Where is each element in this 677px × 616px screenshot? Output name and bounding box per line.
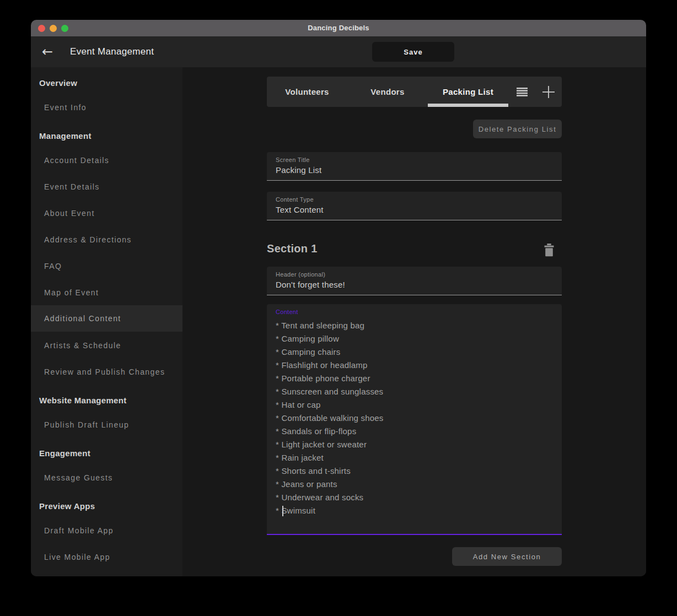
reorder-tabs-button[interactable] — [509, 77, 535, 107]
section-content-text[interactable]: * Tent and sleeping bag* Camping pillow*… — [276, 319, 553, 517]
content-type-field[interactable]: Content Type Text Content — [267, 192, 562, 220]
minimize-button[interactable] — [50, 25, 57, 32]
sidebar-item-event-details[interactable]: Event Details — [31, 174, 182, 200]
content-line: * Camping chairs — [276, 345, 553, 359]
sidebar-section-overview: Overview — [31, 69, 182, 96]
text-cursor — [282, 506, 283, 516]
content-line: * Shorts and t-shirts — [276, 464, 553, 478]
sidebar-item-account-details[interactable]: Account Details — [31, 147, 182, 174]
sidebar-item-live-mobile-app[interactable]: Live Mobile App — [31, 544, 182, 570]
sidebar-section-preview-apps: Preview Apps — [31, 493, 182, 519]
section-content-field[interactable]: Content * Tent and sleeping bag* Camping… — [267, 304, 562, 535]
tab-bar: Volunteers Vendors Packing List — [267, 77, 562, 107]
content-line: * Portable phone charger — [276, 372, 553, 385]
add-icon — [542, 85, 555, 99]
app-header: ← Event Management Save — [31, 36, 646, 67]
content-line: * Underwear and socks — [276, 491, 553, 504]
save-button[interactable]: Save — [372, 42, 454, 62]
content-line: * Jeans or pants — [276, 478, 553, 491]
content-line: * Light jacket or sweater — [276, 438, 553, 451]
traffic-lights — [38, 20, 68, 36]
section-header-field[interactable]: Header (optional) Don't forget these! — [267, 267, 562, 295]
screen-title-field[interactable]: Screen Title Packing List — [267, 152, 562, 181]
sidebar-item-additional-content[interactable]: Additional Content — [31, 305, 182, 332]
sidebar-item-message-guests[interactable]: Message Guests — [31, 464, 182, 491]
content-type-value[interactable]: Text Content — [276, 205, 553, 214]
reorder-icon — [517, 88, 528, 96]
delete-packing-list-button[interactable]: Delete Packing List — [473, 120, 562, 138]
content-line: * Swimsuit — [276, 504, 553, 517]
sidebar-item-artists-schedule[interactable]: Artists & Schedule — [31, 332, 182, 359]
content-line: * Tent and sleeping bag — [276, 319, 553, 332]
section-header-label: Header (optional) — [276, 271, 553, 278]
back-arrow-icon[interactable]: ← — [42, 44, 53, 60]
screen-title-label: Screen Title — [276, 156, 553, 163]
content-line: * Sandals or flip-flops — [276, 425, 553, 438]
sidebar-item-draft-mobile-app[interactable]: Draft Mobile App — [31, 517, 182, 544]
content-line: * Sunscreen and sunglasses — [276, 385, 553, 398]
sidebar-item-event-info[interactable]: Event Info — [31, 94, 182, 121]
macos-titlebar: Dancing Decibels — [31, 20, 646, 36]
sidebar-item-about-event[interactable]: About Event — [31, 200, 182, 226]
add-tab-button[interactable] — [535, 77, 562, 107]
delete-section-button[interactable] — [541, 242, 557, 258]
section-content-label: Content — [276, 309, 553, 315]
content-line: * Rain jacket — [276, 451, 553, 464]
sidebar-item-publish-draft-lineup[interactable]: Publish Draft Lineup — [31, 412, 182, 438]
screen-title-value[interactable]: Packing List — [276, 165, 553, 175]
window-title: Dancing Decibels — [31, 20, 646, 36]
section-header-value[interactable]: Don't forget these! — [276, 280, 553, 289]
content-line: * Flashlight or headlamp — [276, 359, 553, 372]
sidebar-section-website-management: Website Management — [31, 387, 182, 413]
tab-vendors[interactable]: Vendors — [347, 77, 428, 107]
content-line: * Hat or cap — [276, 398, 553, 412]
zoom-button[interactable] — [61, 25, 68, 32]
app-window: Dancing Decibels ← Event Management Save… — [31, 20, 646, 576]
sidebar-item-map-of-event[interactable]: Map of Event — [31, 279, 182, 306]
add-new-section-button[interactable]: Add New Section — [452, 547, 562, 566]
sidebar-item-address-directions[interactable]: Address & Directions — [31, 226, 182, 253]
sidebar: Overview Event Info Management Account D… — [31, 67, 182, 576]
content-type-label: Content Type — [276, 196, 553, 203]
content-line: * Comfortable walking shoes — [276, 412, 553, 425]
section-title: Section 1 — [267, 242, 318, 255]
sidebar-item-faq[interactable]: FAQ — [31, 253, 182, 279]
sidebar-item-review-publish[interactable]: Review and Publish Changes — [31, 359, 182, 385]
tab-packing-list[interactable]: Packing List — [428, 77, 508, 107]
sidebar-section-management: Management — [31, 122, 182, 149]
content-line: * Camping pillow — [276, 332, 553, 345]
close-button[interactable] — [38, 25, 45, 32]
tab-volunteers[interactable]: Volunteers — [267, 77, 347, 107]
sidebar-section-engagement: Engagement — [31, 440, 182, 466]
page-title: Event Management — [70, 46, 154, 57]
trash-icon — [544, 244, 555, 257]
